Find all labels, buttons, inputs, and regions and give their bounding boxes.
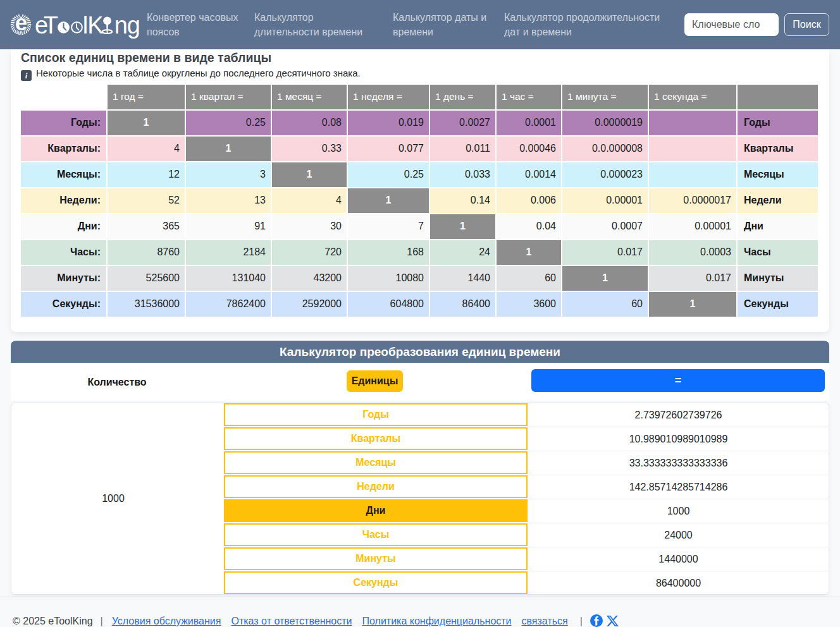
svg-text:e: e (15, 14, 27, 35)
